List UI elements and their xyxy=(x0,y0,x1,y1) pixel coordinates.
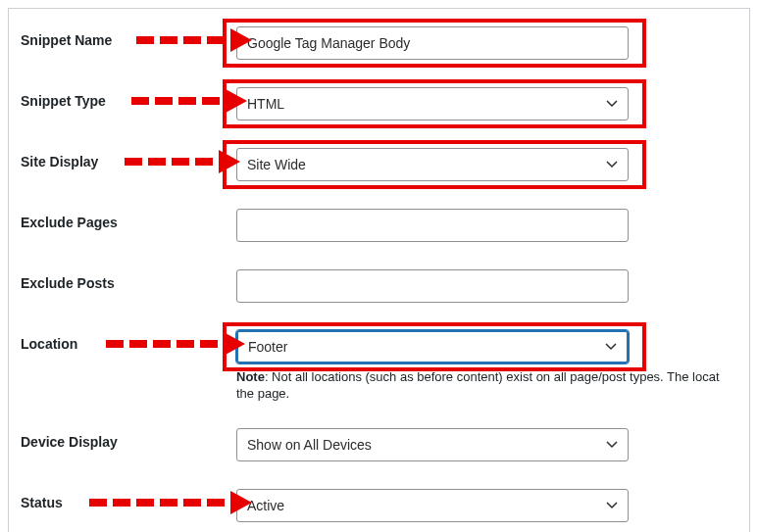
row-location: Location Footer Note: Not all locations … xyxy=(21,316,749,414)
label-status: Status xyxy=(21,489,236,510)
settings-panel: Snippet Name Snippet Type HTML xyxy=(8,8,750,532)
location-select[interactable]: Footer xyxy=(236,330,629,363)
status-value: Active xyxy=(247,498,284,513)
exclude-posts-input[interactable] xyxy=(236,269,629,303)
chevron-down-icon xyxy=(606,500,618,511)
row-snippet-name: Snippet Name xyxy=(21,13,749,73)
label-exclude-posts: Exclude Posts xyxy=(21,269,236,291)
row-status: Status Active xyxy=(21,475,749,532)
status-select[interactable]: Active xyxy=(236,489,629,522)
device-display-select[interactable]: Show on All Devices xyxy=(236,428,629,461)
label-snippet-name: Snippet Name xyxy=(21,26,236,48)
chevron-down-icon xyxy=(606,159,618,170)
location-note-line2: the page. xyxy=(236,386,749,401)
row-exclude-posts: Exclude Posts xyxy=(21,256,749,316)
row-site-display: Site Display Site Wide xyxy=(21,134,749,195)
device-display-value: Show on All Devices xyxy=(247,437,372,453)
site-display-select[interactable]: Site Wide xyxy=(236,148,629,181)
label-exclude-pages: Exclude Pages xyxy=(21,209,236,230)
label-device-display: Device Display xyxy=(21,428,236,450)
label-location: Location xyxy=(21,330,236,352)
snippet-type-select[interactable]: HTML xyxy=(236,87,629,121)
chevron-down-icon xyxy=(606,439,618,451)
snippet-name-input[interactable] xyxy=(236,26,629,60)
label-snippet-type: Snippet Type xyxy=(21,87,236,109)
row-snippet-type: Snippet Type HTML xyxy=(21,73,749,134)
note-text-1: : Not all locations (such as before cont… xyxy=(265,369,720,384)
label-site-display: Site Display xyxy=(21,148,236,169)
site-display-value: Site Wide xyxy=(247,157,306,172)
row-device-display: Device Display Show on All Devices xyxy=(21,414,749,475)
location-note: Note: Not all locations (such as before … xyxy=(236,369,749,384)
location-value: Footer xyxy=(248,339,287,355)
row-exclude-pages: Exclude Pages xyxy=(21,195,749,256)
exclude-pages-input[interactable] xyxy=(236,209,629,242)
snippet-type-value: HTML xyxy=(247,96,284,112)
chevron-down-icon xyxy=(605,341,617,353)
note-bold: Note xyxy=(236,369,265,384)
chevron-down-icon xyxy=(606,98,618,110)
